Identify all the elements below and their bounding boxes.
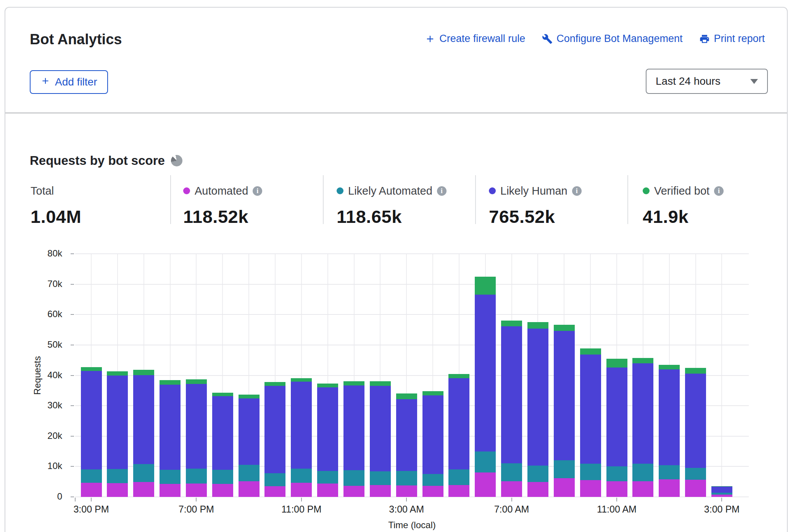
bar-segment xyxy=(212,484,233,497)
stat-likely-human-value: 765.52k xyxy=(489,206,582,227)
bar-segment xyxy=(685,468,706,480)
bar-segment xyxy=(448,469,469,485)
bar-segment xyxy=(554,460,575,478)
add-filter-label: Add filter xyxy=(55,76,97,88)
info-icon[interactable] xyxy=(437,186,447,196)
bar-segment xyxy=(475,277,496,295)
bar-segment xyxy=(81,367,102,371)
printer-icon xyxy=(699,34,710,44)
bar-segment xyxy=(186,384,207,469)
page-title: Bot Analytics xyxy=(30,31,122,48)
add-filter-button[interactable]: Add filter xyxy=(30,70,108,94)
automated-legend-dot xyxy=(183,187,190,194)
bar-segment xyxy=(606,368,627,466)
stat-total-label: Total xyxy=(31,185,54,197)
stat-verified-bot-value: 41.9k xyxy=(643,206,724,227)
stat-likely-automated: Likely Automated 118.65k xyxy=(337,184,447,227)
bar-segment xyxy=(239,465,260,481)
configure-bot-management-link[interactable]: Configure Bot Management xyxy=(542,33,682,45)
stat-divider xyxy=(323,175,324,224)
bar-segment xyxy=(370,485,391,497)
bar-segment xyxy=(448,378,469,469)
bar-segment xyxy=(317,387,338,471)
stat-automated-value: 118.52k xyxy=(183,206,262,227)
bar-segment xyxy=(475,295,496,451)
bar-segment xyxy=(580,348,601,355)
plus-icon xyxy=(425,34,435,44)
bar-segment xyxy=(160,470,181,484)
stat-total-value: 1.04M xyxy=(31,206,81,227)
stat-likely-automated-label: Likely Automated xyxy=(348,185,432,197)
bar-segment xyxy=(239,398,260,465)
bar-segment xyxy=(527,322,548,329)
bar-segment xyxy=(711,493,732,495)
info-icon[interactable] xyxy=(714,186,724,196)
verified-bot-legend-dot xyxy=(643,187,650,194)
print-report-link[interactable]: Print report xyxy=(699,33,765,45)
chevron-down-icon xyxy=(750,79,758,84)
bar-segment xyxy=(291,378,312,382)
bar-segment xyxy=(133,464,154,482)
bar-segment xyxy=(186,484,207,497)
bar-segment xyxy=(448,374,469,378)
bar-segment xyxy=(186,379,207,384)
bar-segment xyxy=(632,481,653,497)
bar-segment xyxy=(475,451,496,472)
bar-segment xyxy=(606,481,627,497)
bar-segment xyxy=(527,482,548,497)
bar-segment xyxy=(239,395,260,398)
bar-segment xyxy=(501,326,522,463)
bar-segment xyxy=(160,385,181,470)
bar-segment xyxy=(291,382,312,469)
bar-segment xyxy=(685,374,706,468)
bar-segment xyxy=(343,381,364,385)
bar-segment xyxy=(475,472,496,497)
info-icon[interactable] xyxy=(572,186,582,196)
bar-segment xyxy=(659,365,680,370)
bar-segment xyxy=(685,368,706,374)
bar-segment xyxy=(659,369,680,465)
bar-segment xyxy=(370,386,391,472)
bar-segment xyxy=(264,386,285,473)
bar-segment xyxy=(81,483,102,497)
print-report-label: Print report xyxy=(714,33,765,45)
stat-likely-automated-value: 118.65k xyxy=(337,206,447,227)
bar-segment xyxy=(212,470,233,484)
bar-segment xyxy=(264,473,285,486)
stat-divider xyxy=(475,175,476,224)
bar-segment xyxy=(501,463,522,481)
bar-segment xyxy=(422,474,443,486)
plus-icon xyxy=(40,76,50,89)
stat-automated: Automated 118.52k xyxy=(183,184,262,227)
stat-divider xyxy=(627,175,628,224)
bar-segment xyxy=(711,487,732,493)
bar-segment xyxy=(81,469,102,483)
bar-segment xyxy=(632,464,653,481)
bar-segment xyxy=(291,469,312,483)
bar-segment xyxy=(81,371,102,469)
requests-by-bot-score-chart: Requests 010k20k30k40k50k60k70k80k3:00 P… xyxy=(75,254,749,497)
bar-segment xyxy=(343,470,364,486)
bar-segment xyxy=(107,371,128,376)
configure-bot-management-label: Configure Bot Management xyxy=(556,33,682,45)
stat-divider xyxy=(170,175,171,224)
bar-segment xyxy=(291,483,312,497)
time-range-value: Last 24 hours xyxy=(656,75,721,87)
bar-segment xyxy=(554,478,575,497)
bar-segment xyxy=(632,358,653,363)
bar-segment xyxy=(343,385,364,470)
bar-segment xyxy=(343,486,364,497)
bar-segment xyxy=(685,480,706,497)
stat-likely-human: Likely Human 765.52k xyxy=(489,184,582,227)
header-divider xyxy=(5,113,787,113)
info-icon[interactable] xyxy=(253,186,262,196)
stat-total: Total 1.04M xyxy=(31,184,81,227)
bar-segment xyxy=(659,479,680,497)
bar-segment xyxy=(160,484,181,497)
bar-segment xyxy=(580,464,601,480)
create-firewall-rule-link[interactable]: Create firewall rule xyxy=(425,33,525,45)
bar-segment xyxy=(711,495,732,497)
time-range-select[interactable]: Last 24 hours xyxy=(646,69,768,94)
bar-segment xyxy=(133,375,154,464)
create-firewall-rule-label: Create firewall rule xyxy=(439,33,525,45)
